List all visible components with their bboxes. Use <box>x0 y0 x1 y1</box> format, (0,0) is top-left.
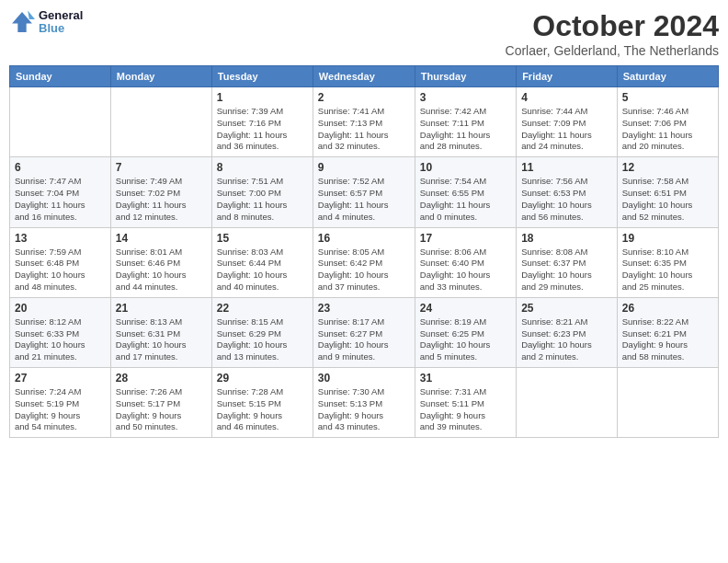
calendar-week-row: 6Sunrise: 7:47 AM Sunset: 7:04 PM Daylig… <box>10 157 719 227</box>
day-number: 9 <box>318 161 410 174</box>
day-number: 13 <box>15 232 106 245</box>
calendar-cell: 27Sunrise: 7:24 AM Sunset: 5:19 PM Dayli… <box>10 368 111 438</box>
calendar-cell: 12Sunrise: 7:58 AM Sunset: 6:51 PM Dayli… <box>617 157 718 227</box>
calendar-cell: 16Sunrise: 8:05 AM Sunset: 6:42 PM Dayli… <box>313 227 415 297</box>
calendar-cell: 24Sunrise: 8:19 AM Sunset: 6:25 PM Dayli… <box>415 297 516 367</box>
calendar-cell <box>517 368 618 438</box>
calendar-cell: 29Sunrise: 7:28 AM Sunset: 5:15 PM Dayli… <box>211 368 313 438</box>
calendar-cell: 23Sunrise: 8:17 AM Sunset: 6:27 PM Dayli… <box>313 297 415 367</box>
day-info: Sunrise: 7:54 AM Sunset: 6:55 PM Dayligh… <box>420 176 511 223</box>
calendar-week-row: 20Sunrise: 8:12 AM Sunset: 6:33 PM Dayli… <box>10 297 719 367</box>
day-info: Sunrise: 7:41 AM Sunset: 7:13 PM Dayligh… <box>318 106 410 153</box>
day-number: 7 <box>116 161 207 174</box>
day-number: 27 <box>15 372 106 385</box>
day-number: 29 <box>217 372 308 385</box>
day-info: Sunrise: 8:21 AM Sunset: 6:23 PM Dayligh… <box>521 316 612 363</box>
day-info: Sunrise: 8:08 AM Sunset: 6:37 PM Dayligh… <box>521 247 612 293</box>
day-number: 28 <box>116 372 207 385</box>
day-info: Sunrise: 7:59 AM Sunset: 6:48 PM Dayligh… <box>15 247 106 293</box>
calendar-cell: 19Sunrise: 8:10 AM Sunset: 6:35 PM Dayli… <box>617 227 718 297</box>
day-number: 23 <box>318 302 410 315</box>
day-info: Sunrise: 8:15 AM Sunset: 6:29 PM Dayligh… <box>217 316 308 363</box>
day-number: 3 <box>420 91 511 104</box>
title-block: October 2024 Corlaer, Gelderland, The Ne… <box>506 9 719 58</box>
day-info: Sunrise: 8:10 AM Sunset: 6:35 PM Dayligh… <box>622 247 713 293</box>
day-number: 26 <box>622 302 713 315</box>
day-number: 21 <box>116 302 207 315</box>
calendar-cell: 7Sunrise: 7:49 AM Sunset: 7:02 PM Daylig… <box>110 157 211 227</box>
calendar-cell: 30Sunrise: 7:30 AM Sunset: 5:13 PM Dayli… <box>313 368 415 438</box>
day-number: 2 <box>318 91 410 104</box>
logo-line2: Blue <box>39 22 83 35</box>
calendar-cell: 10Sunrise: 7:54 AM Sunset: 6:55 PM Dayli… <box>415 157 516 227</box>
day-info: Sunrise: 7:39 AM Sunset: 7:16 PM Dayligh… <box>217 106 308 153</box>
day-number: 24 <box>420 302 511 315</box>
day-info: Sunrise: 8:13 AM Sunset: 6:31 PM Dayligh… <box>116 316 207 363</box>
day-number: 20 <box>15 302 106 315</box>
day-number: 10 <box>420 161 511 174</box>
weekday-header: Sunday <box>10 66 111 87</box>
day-info: Sunrise: 7:24 AM Sunset: 5:19 PM Dayligh… <box>15 386 106 433</box>
calendar-cell <box>617 368 718 438</box>
day-info: Sunrise: 8:17 AM Sunset: 6:27 PM Dayligh… <box>318 316 410 363</box>
day-info: Sunrise: 8:22 AM Sunset: 6:21 PM Dayligh… <box>622 316 713 363</box>
day-info: Sunrise: 7:30 AM Sunset: 5:13 PM Dayligh… <box>318 386 410 433</box>
day-number: 6 <box>15 161 106 174</box>
day-info: Sunrise: 7:47 AM Sunset: 7:04 PM Dayligh… <box>15 176 106 223</box>
month-title: October 2024 <box>506 9 719 43</box>
day-info: Sunrise: 8:01 AM Sunset: 6:46 PM Dayligh… <box>116 247 207 293</box>
day-info: Sunrise: 8:19 AM Sunset: 6:25 PM Dayligh… <box>420 316 511 363</box>
calendar-cell: 22Sunrise: 8:15 AM Sunset: 6:29 PM Dayli… <box>211 297 313 367</box>
page-header: General Blue October 2024 Corlaer, Gelde… <box>9 9 719 58</box>
day-number: 31 <box>420 372 511 385</box>
calendar-cell: 31Sunrise: 7:31 AM Sunset: 5:11 PM Dayli… <box>415 368 516 438</box>
weekday-header: Friday <box>517 66 618 87</box>
day-info: Sunrise: 7:51 AM Sunset: 7:00 PM Dayligh… <box>217 176 308 223</box>
day-number: 19 <box>622 232 713 245</box>
calendar-cell: 1Sunrise: 7:39 AM Sunset: 7:16 PM Daylig… <box>211 87 313 157</box>
day-number: 30 <box>318 372 410 385</box>
day-number: 12 <box>622 161 713 174</box>
day-info: Sunrise: 8:03 AM Sunset: 6:44 PM Dayligh… <box>217 247 308 293</box>
day-number: 18 <box>521 232 612 245</box>
day-info: Sunrise: 7:31 AM Sunset: 5:11 PM Dayligh… <box>420 386 511 433</box>
day-info: Sunrise: 8:06 AM Sunset: 6:40 PM Dayligh… <box>420 247 511 293</box>
calendar-week-row: 13Sunrise: 7:59 AM Sunset: 6:48 PM Dayli… <box>10 227 719 297</box>
day-number: 8 <box>217 161 308 174</box>
calendar-cell: 21Sunrise: 8:13 AM Sunset: 6:31 PM Dayli… <box>110 297 211 367</box>
calendar-cell: 9Sunrise: 7:52 AM Sunset: 6:57 PM Daylig… <box>313 157 415 227</box>
calendar-cell: 14Sunrise: 8:01 AM Sunset: 6:46 PM Dayli… <box>110 227 211 297</box>
calendar-cell: 28Sunrise: 7:26 AM Sunset: 5:17 PM Dayli… <box>110 368 211 438</box>
day-number: 5 <box>622 91 713 104</box>
logo-icon <box>9 9 35 35</box>
calendar-cell: 11Sunrise: 7:56 AM Sunset: 6:53 PM Dayli… <box>517 157 618 227</box>
weekday-header: Monday <box>110 66 211 87</box>
day-info: Sunrise: 7:46 AM Sunset: 7:06 PM Dayligh… <box>622 106 713 153</box>
day-info: Sunrise: 7:58 AM Sunset: 6:51 PM Dayligh… <box>622 176 713 223</box>
weekday-header: Saturday <box>617 66 718 87</box>
calendar-cell: 6Sunrise: 7:47 AM Sunset: 7:04 PM Daylig… <box>10 157 111 227</box>
day-info: Sunrise: 8:12 AM Sunset: 6:33 PM Dayligh… <box>15 316 106 363</box>
weekday-header: Wednesday <box>313 66 415 87</box>
day-info: Sunrise: 7:49 AM Sunset: 7:02 PM Dayligh… <box>116 176 207 223</box>
day-number: 16 <box>318 232 410 245</box>
calendar-cell: 8Sunrise: 7:51 AM Sunset: 7:00 PM Daylig… <box>211 157 313 227</box>
calendar-cell: 5Sunrise: 7:46 AM Sunset: 7:06 PM Daylig… <box>617 87 718 157</box>
day-number: 11 <box>521 161 612 174</box>
calendar-cell: 25Sunrise: 8:21 AM Sunset: 6:23 PM Dayli… <box>517 297 618 367</box>
calendar-cell: 18Sunrise: 8:08 AM Sunset: 6:37 PM Dayli… <box>517 227 618 297</box>
calendar-cell <box>110 87 211 157</box>
day-number: 25 <box>521 302 612 315</box>
calendar-header-row: SundayMondayTuesdayWednesdayThursdayFrid… <box>10 66 719 87</box>
calendar-week-row: 1Sunrise: 7:39 AM Sunset: 7:16 PM Daylig… <box>10 87 719 157</box>
calendar-cell <box>10 87 111 157</box>
calendar-cell: 15Sunrise: 8:03 AM Sunset: 6:44 PM Dayli… <box>211 227 313 297</box>
calendar-week-row: 27Sunrise: 7:24 AM Sunset: 5:19 PM Dayli… <box>10 368 719 438</box>
weekday-header: Tuesday <box>211 66 313 87</box>
weekday-header: Thursday <box>415 66 516 87</box>
day-info: Sunrise: 7:44 AM Sunset: 7:09 PM Dayligh… <box>521 106 612 153</box>
logo-text: General Blue <box>39 9 83 36</box>
day-number: 14 <box>116 232 207 245</box>
location-subtitle: Corlaer, Gelderland, The Netherlands <box>506 43 719 58</box>
day-number: 15 <box>217 232 308 245</box>
